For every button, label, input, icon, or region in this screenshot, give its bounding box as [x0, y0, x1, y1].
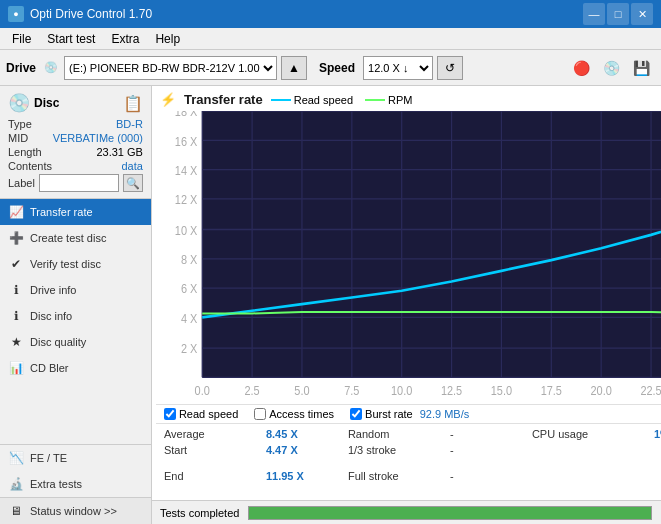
- legend-rpm: RPM: [365, 94, 412, 106]
- cb-access-times-label: Access times: [269, 408, 334, 420]
- drive-select[interactable]: (E:) PIONEER BD-RW BDR-212V 1.00: [64, 56, 277, 80]
- svg-text:2 X: 2 X: [181, 343, 198, 356]
- disc-title: Disc: [34, 96, 59, 110]
- nav-create-test-disc[interactable]: ➕ Create test disc: [0, 225, 151, 251]
- stat-start-value: 4.47 X: [266, 444, 346, 466]
- fe-te-icon: 📉: [8, 450, 24, 466]
- legend-read-speed: Read speed: [271, 94, 353, 106]
- burn-icon-button[interactable]: 🔴: [567, 54, 595, 82]
- chart-header: ⚡ Transfer rate Read speed RPM: [156, 90, 661, 109]
- cb-burst-rate: Burst rate 92.9 MB/s: [350, 408, 469, 420]
- nav-disc-info[interactable]: ℹ Disc info: [0, 303, 151, 329]
- maximize-button[interactable]: □: [607, 3, 629, 25]
- progress-bar-container: [248, 506, 652, 520]
- title-bar-left: ● Opti Drive Control 1.70: [8, 6, 152, 22]
- legend-read-speed-label: Read speed: [294, 94, 353, 106]
- verify-test-disc-icon: ✔: [8, 256, 24, 272]
- disc-length-row: Length 23.31 GB: [8, 146, 143, 158]
- label-submit-button[interactable]: 🔍: [123, 174, 143, 192]
- toolbar: Drive 💿 (E:) PIONEER BD-RW BDR-212V 1.00…: [0, 50, 661, 86]
- svg-text:22.5: 22.5: [640, 384, 661, 397]
- status-text: Tests completed: [160, 507, 240, 519]
- nav-section: 📈 Transfer rate ➕ Create test disc ✔ Ver…: [0, 199, 151, 444]
- legend-read-speed-color: [271, 99, 291, 101]
- disc-contents-row: Contents data: [8, 160, 143, 172]
- cb-burst-rate-input[interactable]: [350, 408, 362, 420]
- nav-disc-quality[interactable]: ★ Disc quality: [0, 329, 151, 355]
- disc-label-input[interactable]: [39, 174, 119, 192]
- eject-button[interactable]: ▲: [281, 56, 307, 80]
- save-icon-button[interactable]: 💾: [627, 54, 655, 82]
- svg-text:6 X: 6 X: [181, 283, 198, 296]
- nav-disc-info-label: Disc info: [30, 310, 72, 322]
- transfer-rate-icon: 📈: [8, 204, 24, 220]
- stat-stroke13-label: 1/3 stroke: [348, 444, 448, 466]
- nav-drive-info[interactable]: ℹ Drive info: [0, 277, 151, 303]
- fe-te-section: 📉 FE / TE 🔬 Extra tests: [0, 444, 151, 497]
- svg-text:16 X: 16 X: [175, 135, 198, 148]
- bottom-bar: Tests completed 100.0% 0:03: [152, 500, 661, 524]
- svg-text:12 X: 12 X: [175, 194, 198, 207]
- menu-help[interactable]: Help: [147, 30, 188, 48]
- status-window-icon: 🖥: [8, 503, 24, 519]
- nav-cd-bler-label: CD Bler: [30, 362, 69, 374]
- drive-label: Drive: [6, 61, 36, 75]
- title-bar: ● Opti Drive Control 1.70 — □ ✕: [0, 0, 661, 28]
- svg-text:10 X: 10 X: [175, 224, 198, 237]
- stat-cpu-label: CPU usage: [532, 428, 652, 440]
- close-button[interactable]: ✕: [631, 3, 653, 25]
- menu-extra[interactable]: Extra: [103, 30, 147, 48]
- nav-create-test-disc-label: Create test disc: [30, 232, 106, 244]
- stats-row-1: Average 8.45 X Random - CPU usage 1%: [164, 426, 661, 442]
- cb-access-times-input[interactable]: [254, 408, 266, 420]
- refresh-speed-button[interactable]: ↺: [437, 56, 463, 80]
- status-window-label: Status window >>: [30, 505, 117, 517]
- chart-svg: 18 X 16 X 14 X 12 X 10 X 8 X 6 X 4 X 2 X…: [156, 111, 661, 404]
- svg-text:18 X: 18 X: [175, 111, 198, 118]
- svg-rect-0: [202, 111, 661, 377]
- stats-row-2: Start 4.47 X 1/3 stroke - Start full: [164, 442, 661, 468]
- nav-fe-te[interactable]: 📉 FE / TE: [0, 445, 151, 471]
- speed-label: Speed: [319, 61, 355, 75]
- disc-label-label: Label: [8, 177, 35, 189]
- minimize-button[interactable]: —: [583, 3, 605, 25]
- nav-cd-bler[interactable]: 📊 CD Bler: [0, 355, 151, 381]
- stat-cpu-value: 1%: [654, 428, 661, 440]
- nav-verify-test-disc[interactable]: ✔ Verify test disc: [0, 251, 151, 277]
- menu-file[interactable]: File: [4, 30, 39, 48]
- disc-mid-label: MID: [8, 132, 28, 144]
- svg-text:15.0: 15.0: [491, 384, 512, 397]
- menu-start-test[interactable]: Start test: [39, 30, 103, 48]
- nav-transfer-rate[interactable]: 📈 Transfer rate: [0, 199, 151, 225]
- svg-text:7.5: 7.5: [344, 384, 359, 397]
- nav-extra-tests-label: Extra tests: [30, 478, 82, 490]
- stat-end-label: End: [164, 470, 264, 492]
- stat-average-label: Average: [164, 428, 264, 440]
- status-window-item[interactable]: 🖥 Status window >>: [0, 498, 151, 524]
- nav-transfer-rate-label: Transfer rate: [30, 206, 93, 218]
- cb-read-speed-input[interactable]: [164, 408, 176, 420]
- disc-icon-button[interactable]: 💿: [597, 54, 625, 82]
- chart-title: Transfer rate: [184, 92, 263, 107]
- disc-length-label: Length: [8, 146, 42, 158]
- svg-text:12.5: 12.5: [441, 384, 462, 397]
- nav-extra-tests[interactable]: 🔬 Extra tests: [0, 471, 151, 497]
- svg-text:5.0: 5.0: [294, 384, 309, 397]
- disc-info-icon: ℹ: [8, 308, 24, 324]
- svg-text:20.0: 20.0: [590, 384, 611, 397]
- disc-info-icon: 📋: [123, 94, 143, 113]
- extra-tests-icon: 🔬: [8, 476, 24, 492]
- legend-rpm-label: RPM: [388, 94, 412, 106]
- svg-text:4 X: 4 X: [181, 312, 198, 325]
- disc-type-row: Type BD-R: [8, 118, 143, 130]
- disc-contents-value: data: [122, 160, 143, 172]
- disc-type-label: Type: [8, 118, 32, 130]
- chart-icon: ⚡: [160, 92, 176, 107]
- disc-length-value: 23.31 GB: [96, 146, 142, 158]
- disc-big-icon: 💿: [8, 92, 30, 114]
- svg-text:10.0: 10.0: [391, 384, 412, 397]
- drive-icon: 💿: [44, 61, 58, 74]
- menu-bar: File Start test Extra Help: [0, 28, 661, 50]
- disc-mid-row: MID VERBATIMe (000): [8, 132, 143, 144]
- speed-select[interactable]: 12.0 X ↓: [363, 56, 433, 80]
